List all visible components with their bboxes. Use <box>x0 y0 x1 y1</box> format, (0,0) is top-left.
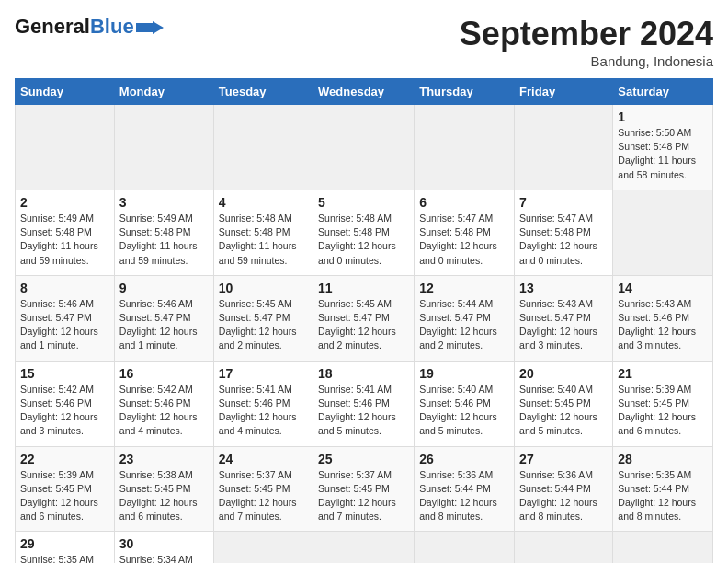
table-row: 1Sunrise: 5:50 AMSunset: 5:48 PMDaylight… <box>16 105 713 190</box>
table-cell: 28Sunrise: 5:35 AMSunset: 5:44 PMDayligh… <box>613 446 713 532</box>
table-cell: 24Sunrise: 5:37 AMSunset: 5:45 PMDayligh… <box>213 446 313 532</box>
day-number: 7 <box>519 195 608 210</box>
day-info: Sunrise: 5:39 AMSunset: 5:45 PMDaylight:… <box>618 384 696 437</box>
day-number: 23 <box>119 452 209 466</box>
table-cell: 2Sunrise: 5:49 AMSunset: 5:48 PMDaylight… <box>16 190 115 275</box>
table-cell: 25Sunrise: 5:37 AMSunset: 5:45 PMDayligh… <box>313 446 415 532</box>
day-info: Sunrise: 5:42 AMSunset: 5:46 PMDaylight:… <box>119 384 198 437</box>
table-row: 2Sunrise: 5:49 AMSunset: 5:48 PMDaylight… <box>16 190 713 275</box>
title-block: September 2024 Bandung, Indonesia <box>460 15 713 69</box>
table-cell <box>213 532 313 563</box>
table-cell: 26Sunrise: 5:36 AMSunset: 5:44 PMDayligh… <box>415 446 515 532</box>
table-cell: 13Sunrise: 5:43 AMSunset: 5:47 PMDayligh… <box>515 275 613 361</box>
header-row: Sunday Monday Tuesday Wednesday Thursday… <box>16 79 713 105</box>
day-number: 30 <box>119 536 209 551</box>
col-tuesday: Tuesday <box>213 79 313 105</box>
day-info: Sunrise: 5:35 AMSunset: 5:44 PMDaylight:… <box>20 554 98 563</box>
day-number: 24 <box>219 452 308 466</box>
logo: GeneralBlue <box>15 15 164 39</box>
day-info: Sunrise: 5:49 AMSunset: 5:48 PMDaylight:… <box>20 213 98 266</box>
day-number: 12 <box>419 281 509 295</box>
col-thursday: Thursday <box>415 79 515 105</box>
day-info: Sunrise: 5:43 AMSunset: 5:47 PMDaylight:… <box>519 298 597 351</box>
day-number: 19 <box>419 366 509 381</box>
location-subtitle: Bandung, Indonesia <box>460 53 713 69</box>
day-number: 25 <box>318 452 409 466</box>
table-cell-empty <box>213 105 313 190</box>
day-info: Sunrise: 5:37 AMSunset: 5:45 PMDaylight:… <box>318 469 396 523</box>
day-number: 15 <box>20 366 109 381</box>
day-number: 2 <box>20 195 109 210</box>
table-cell: 17Sunrise: 5:41 AMSunset: 5:46 PMDayligh… <box>213 361 313 446</box>
day-number: 21 <box>618 366 708 381</box>
table-cell-empty <box>415 105 515 190</box>
day-info: Sunrise: 5:44 AMSunset: 5:47 PMDaylight:… <box>419 298 497 351</box>
day-number: 9 <box>119 281 209 295</box>
day-info: Sunrise: 5:39 AMSunset: 5:45 PMDaylight:… <box>20 469 98 523</box>
day-number: 10 <box>219 281 308 295</box>
day-number: 14 <box>618 281 708 295</box>
table-cell: 23Sunrise: 5:38 AMSunset: 5:45 PMDayligh… <box>114 446 213 532</box>
day-info: Sunrise: 5:38 AMSunset: 5:45 PMDaylight:… <box>119 469 198 523</box>
day-number: 3 <box>119 195 209 210</box>
table-cell: 21Sunrise: 5:39 AMSunset: 5:45 PMDayligh… <box>613 361 713 446</box>
col-friday: Friday <box>515 79 613 105</box>
table-cell: 1Sunrise: 5:50 AMSunset: 5:48 PMDaylight… <box>613 105 713 190</box>
col-saturday: Saturday <box>613 79 713 105</box>
table-cell-empty <box>313 105 415 190</box>
table-cell: 27Sunrise: 5:36 AMSunset: 5:44 PMDayligh… <box>515 446 613 532</box>
table-cell-empty <box>515 105 613 190</box>
table-row: 8Sunrise: 5:46 AMSunset: 5:47 PMDaylight… <box>16 275 713 361</box>
day-info: Sunrise: 5:36 AMSunset: 5:44 PMDaylight:… <box>419 469 497 523</box>
table-cell: 14Sunrise: 5:43 AMSunset: 5:46 PMDayligh… <box>613 275 713 361</box>
day-info: Sunrise: 5:36 AMSunset: 5:44 PMDaylight:… <box>519 469 597 523</box>
table-cell <box>415 532 515 563</box>
day-number: 28 <box>618 452 708 466</box>
day-info: Sunrise: 5:42 AMSunset: 5:46 PMDaylight:… <box>20 384 98 437</box>
day-info: Sunrise: 5:40 AMSunset: 5:46 PMDaylight:… <box>419 384 497 437</box>
day-number: 13 <box>519 281 608 295</box>
page-header: GeneralBlue September 2024 Bandung, Indo… <box>15 15 713 69</box>
day-info: Sunrise: 5:41 AMSunset: 5:46 PMDaylight:… <box>219 384 297 437</box>
table-cell: 16Sunrise: 5:42 AMSunset: 5:46 PMDayligh… <box>114 361 213 446</box>
day-info: Sunrise: 5:49 AMSunset: 5:48 PMDaylight:… <box>119 213 198 266</box>
day-number: 16 <box>119 366 209 381</box>
day-info: Sunrise: 5:34 AMSunset: 5:44 PMDaylight:… <box>119 554 198 563</box>
svg-marker-0 <box>136 21 164 34</box>
day-info: Sunrise: 5:37 AMSunset: 5:45 PMDaylight:… <box>219 469 297 523</box>
table-cell: 22Sunrise: 5:39 AMSunset: 5:45 PMDayligh… <box>16 446 115 532</box>
table-cell: 5Sunrise: 5:48 AMSunset: 5:48 PMDaylight… <box>313 190 415 275</box>
table-cell: 18Sunrise: 5:41 AMSunset: 5:46 PMDayligh… <box>313 361 415 446</box>
table-row: 22Sunrise: 5:39 AMSunset: 5:45 PMDayligh… <box>16 446 713 532</box>
calendar-table: Sunday Monday Tuesday Wednesday Thursday… <box>15 78 713 563</box>
table-cell <box>515 532 613 563</box>
table-cell-empty <box>16 105 115 190</box>
table-cell: 30Sunrise: 5:34 AMSunset: 5:44 PMDayligh… <box>114 532 213 563</box>
day-info: Sunrise: 5:47 AMSunset: 5:48 PMDaylight:… <box>419 213 497 266</box>
col-monday: Monday <box>114 79 213 105</box>
table-cell: 3Sunrise: 5:49 AMSunset: 5:48 PMDaylight… <box>114 190 213 275</box>
day-info: Sunrise: 5:47 AMSunset: 5:48 PMDaylight:… <box>519 213 597 266</box>
table-cell: 15Sunrise: 5:42 AMSunset: 5:46 PMDayligh… <box>16 361 115 446</box>
day-info: Sunrise: 5:48 AMSunset: 5:48 PMDaylight:… <box>318 213 396 266</box>
day-number: 18 <box>318 366 409 381</box>
col-wednesday: Wednesday <box>313 79 415 105</box>
day-number: 11 <box>318 281 409 295</box>
table-cell: 6Sunrise: 5:47 AMSunset: 5:48 PMDaylight… <box>415 190 515 275</box>
day-info: Sunrise: 5:48 AMSunset: 5:48 PMDaylight:… <box>219 213 297 266</box>
table-cell <box>613 190 713 275</box>
day-number: 6 <box>419 195 509 210</box>
table-cell: 8Sunrise: 5:46 AMSunset: 5:47 PMDaylight… <box>16 275 115 361</box>
day-info: Sunrise: 5:41 AMSunset: 5:46 PMDaylight:… <box>318 384 396 437</box>
table-cell: 7Sunrise: 5:47 AMSunset: 5:48 PMDaylight… <box>515 190 613 275</box>
day-info: Sunrise: 5:45 AMSunset: 5:47 PMDaylight:… <box>318 298 396 351</box>
table-cell: 10Sunrise: 5:45 AMSunset: 5:47 PMDayligh… <box>213 275 313 361</box>
table-cell: 19Sunrise: 5:40 AMSunset: 5:46 PMDayligh… <box>415 361 515 446</box>
table-cell <box>613 532 713 563</box>
table-cell: 11Sunrise: 5:45 AMSunset: 5:47 PMDayligh… <box>313 275 415 361</box>
day-info: Sunrise: 5:35 AMSunset: 5:44 PMDaylight:… <box>618 469 696 523</box>
table-cell-empty <box>114 105 213 190</box>
logo-text: GeneralBlue <box>15 15 134 39</box>
table-cell: 12Sunrise: 5:44 AMSunset: 5:47 PMDayligh… <box>415 275 515 361</box>
day-number: 8 <box>20 281 109 295</box>
